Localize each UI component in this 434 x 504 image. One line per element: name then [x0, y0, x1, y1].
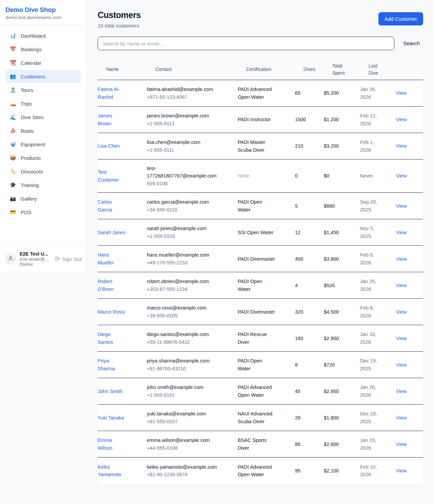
- customer-name-link[interactable]: Robert O'Brien: [98, 278, 126, 293]
- customer-certification: BSAC Sports Diver: [238, 436, 278, 452]
- customer-total-spent: $2,950: [324, 335, 360, 342]
- customer-name-link[interactable]: Test Customer: [98, 168, 126, 184]
- customer-total-spent: $680: [324, 202, 360, 210]
- customer-name-link[interactable]: James Brown: [98, 112, 126, 127]
- customer-phone: +44-555-0108: [147, 444, 235, 452]
- view-link[interactable]: View: [396, 309, 407, 315]
- customer-last-dive: Feb 1, 2026: [360, 138, 381, 154]
- view-link[interactable]: View: [396, 203, 407, 209]
- customer-certification: None: [238, 172, 278, 180]
- customer-total-spent: $5,200: [324, 89, 360, 97]
- products-icon: 📦: [9, 155, 16, 161]
- view-link[interactable]: View: [396, 230, 407, 235]
- customer-total-spent: $1,450: [324, 229, 360, 236]
- customer-last-dive: Feb 5, 2026: [360, 251, 381, 266]
- customer-name-link[interactable]: John Smith: [98, 388, 122, 395]
- customer-name-link[interactable]: Fatima Al-Rashid: [98, 86, 126, 101]
- sidebar-item-calendar[interactable]: 📆Calendar: [5, 56, 81, 69]
- customer-last-dive: Dec 28, 2025: [360, 410, 381, 425]
- customer-name-link[interactable]: Keiko Yamamoto: [98, 463, 126, 479]
- sidebar-item-dashboard[interactable]: 📊Dashboard: [5, 29, 81, 42]
- view-link[interactable]: View: [396, 442, 407, 447]
- table-row: Marco Rossi marco.rossi@example.com +39-…: [98, 299, 423, 325]
- customer-email: sarah.jones@example.com: [147, 225, 220, 232]
- customer-name-link[interactable]: Emma Wilson: [98, 436, 126, 452]
- column-header-contact: Contact: [155, 66, 246, 73]
- sidebar-item-tours[interactable]: 🏝️Tours: [5, 83, 81, 96]
- table-header-row: Name Contact Certification Dives Total S…: [98, 59, 423, 80]
- view-link[interactable]: View: [396, 389, 407, 394]
- view-link[interactable]: View: [396, 117, 407, 122]
- sidebar-item-products[interactable]: 📦Products: [5, 151, 81, 164]
- customer-dives: 12: [295, 229, 324, 236]
- customer-name-link[interactable]: Hans Mueller: [98, 251, 126, 266]
- table-row: James Brown james.brown@example.com +1-5…: [98, 107, 423, 133]
- customer-dives: 8: [295, 361, 324, 369]
- customer-dives: 180: [295, 335, 324, 342]
- customer-email: carlos.garcia@example.com: [147, 198, 220, 206]
- user-role: Owner: [20, 262, 49, 267]
- sidebar-item-boats[interactable]: ⛵Boats: [5, 124, 81, 137]
- table-body: Fatima Al-Rashid fatima.alrashid@example…: [98, 80, 423, 484]
- search-input[interactable]: [98, 37, 394, 50]
- sidebar-item-equipment[interactable]: 🤿Equipment: [5, 138, 81, 151]
- customer-last-dive: Jan 28, 2026: [360, 86, 381, 101]
- view-link[interactable]: View: [396, 256, 407, 262]
- customer-name-link[interactable]: Marco Rossi: [98, 308, 125, 316]
- customer-email: emma.wilson@example.com: [147, 436, 220, 444]
- customer-name-link[interactable]: Priya Sharma: [98, 357, 126, 372]
- sidebar-item-pos[interactable]: 💳POS: [5, 206, 81, 219]
- customer-phone: +34-555-0110: [147, 206, 235, 213]
- table-row: Sarah Jones sarah.jones@example.com +1-5…: [98, 219, 423, 246]
- customer-dives: 320: [295, 308, 324, 316]
- sidebar-item-training[interactable]: 🎓Training: [5, 179, 81, 191]
- search-button[interactable]: Search: [394, 40, 423, 46]
- view-link[interactable]: View: [396, 468, 407, 473]
- customer-name-link[interactable]: Diego Santos: [98, 331, 126, 346]
- customer-last-dive: Jan 20, 2026: [360, 384, 381, 399]
- view-link[interactable]: View: [396, 90, 407, 96]
- sidebar: Demo Dive Shop demo.test.divestreams.com…: [0, 0, 87, 272]
- customer-phone: +353-87-555-1234: [147, 285, 235, 293]
- user-section: E2E Test U... e2e-tester@... Owner Sign …: [0, 246, 86, 272]
- customer-name-link[interactable]: Lisa Chen: [98, 142, 120, 150]
- view-link[interactable]: View: [396, 173, 407, 179]
- sidebar-item-dive-sites[interactable]: 🌊Dive Sites: [5, 111, 81, 124]
- sidebar-item-label: Dive Sites: [21, 114, 44, 120]
- customer-certification: PADI Open Water: [238, 278, 278, 293]
- table-row: Diego Santos diego.santos@example.com +5…: [98, 325, 423, 352]
- view-link[interactable]: View: [396, 143, 407, 149]
- sidebar-nav: 📊Dashboard📅Bookings📆Calendar👥Customers🏝️…: [0, 25, 86, 246]
- customer-name-link[interactable]: Yuki Tanaka: [98, 414, 124, 422]
- customer-total-spent: $1,800: [324, 414, 360, 422]
- view-link[interactable]: View: [396, 336, 407, 341]
- sidebar-item-customers[interactable]: 👥Customers: [5, 70, 81, 83]
- table-row: Carlos Garcia carlos.garcia@example.com …: [98, 193, 423, 219]
- sidebar-item-trips[interactable]: 🚤Trips: [5, 97, 81, 110]
- training-icon: 🎓: [9, 182, 16, 188]
- view-link[interactable]: View: [396, 415, 407, 421]
- user-info: E2E Test U... e2e-tester@... Owner: [20, 251, 49, 267]
- customer-dives: 210: [295, 142, 324, 150]
- customer-dives: 5: [295, 202, 324, 210]
- customer-phone: +81-555-0107: [147, 418, 235, 425]
- page-header-text: Customers 15 total customers: [98, 10, 141, 29]
- customer-certification: PADI Open Water: [238, 198, 278, 213]
- sidebar-item-gallery[interactable]: 📸Gallery: [5, 192, 81, 205]
- customer-certification: PADI Advanced Open Water: [238, 86, 278, 101]
- view-link[interactable]: View: [396, 362, 407, 368]
- sidebar-item-bookings[interactable]: 📅Bookings: [5, 43, 81, 56]
- sign-out-button[interactable]: Sign Out: [55, 256, 82, 262]
- sidebar-item-label: Gallery: [21, 196, 37, 202]
- customer-name-link[interactable]: Carlos Garcia: [98, 198, 126, 213]
- sidebar-item-discounts[interactable]: 🏷️Discounts: [5, 165, 81, 178]
- add-customer-button[interactable]: Add Customer: [378, 12, 423, 25]
- view-link[interactable]: View: [396, 283, 407, 288]
- customer-total-spent: $2,100: [324, 467, 360, 474]
- customer-name-link[interactable]: Sarah Jones: [98, 229, 125, 236]
- customer-certification: PADI Advanced Open Water: [238, 384, 278, 399]
- sidebar-item-label: Calendar: [21, 60, 41, 66]
- customer-last-dive: Jan 10, 2026: [360, 331, 381, 346]
- customer-certification: PADI Instructor: [238, 116, 278, 123]
- sidebar-item-label: POS: [21, 209, 32, 215]
